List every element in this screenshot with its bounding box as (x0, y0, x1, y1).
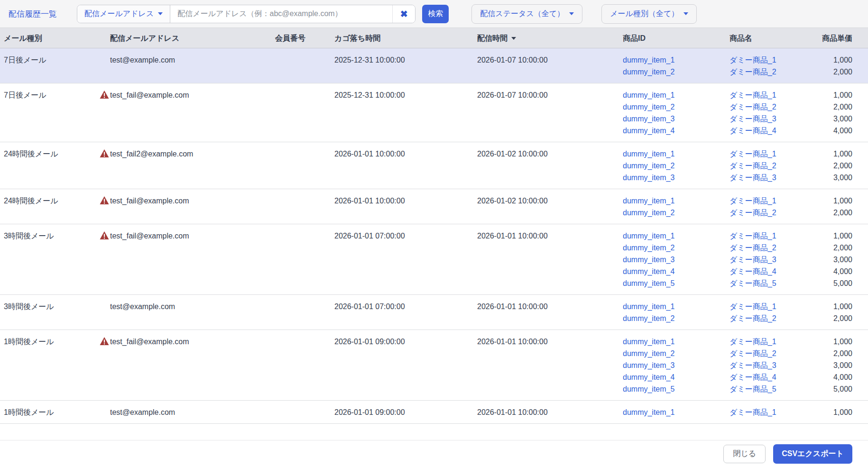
item-price-cell: 1,0002,000 (808, 48, 868, 83)
item-id-link[interactable]: dummy_item_5 (623, 279, 674, 287)
table-row[interactable]: 7日後メール test_fail@example.com 2025-12-31 … (0, 83, 868, 142)
toolbar: 配信履歴一覧 配信メールアドレス ✖ 検索 配信ステータス（全て） メール種別（… (0, 0, 868, 28)
item-id-link[interactable]: dummy_item_2 (623, 314, 674, 322)
item-name-link[interactable]: ダミー商品_2 (729, 314, 776, 322)
item-id-link[interactable]: dummy_item_2 (623, 209, 674, 217)
table-row[interactable]: 24時間後メール test_fail2@example.com 2026-01-… (0, 142, 868, 189)
item-price-value: 4,000 (808, 125, 852, 137)
mailtype-filter-dropdown[interactable]: メール種別（全て） (601, 4, 697, 24)
item-price-cell: 1,0002,0003,0004,0005,000 (808, 330, 868, 400)
status-filter-dropdown[interactable]: 配信ステータス（全て） (471, 4, 582, 24)
item-id-link[interactable]: dummy_item_1 (623, 91, 674, 99)
item-id-link[interactable]: dummy_item_1 (623, 150, 674, 158)
search-input[interactable] (170, 5, 392, 23)
item-name-cell: ダミー商品_1ダミー商品_2ダミー商品_3ダミー商品_4ダミー商品_5 (726, 224, 808, 294)
item-name-link[interactable]: ダミー商品_5 (729, 385, 776, 393)
table-row[interactable]: 24時間後メール test_fail@example.com 2026-01-0… (0, 189, 868, 224)
item-price-value: 1,000 (808, 148, 852, 160)
table-row[interactable]: 1時間後メール test@example.com 2026-01-01 09:0… (0, 401, 868, 424)
email-text: test_fail@example.com (110, 232, 189, 240)
close-button[interactable]: 閉じる (723, 445, 766, 463)
item-name-link[interactable]: ダミー商品_1 (729, 232, 776, 240)
item-id-cell: dummy_item_1dummy_item_2dummy_item_3 (619, 142, 726, 189)
item-name-link[interactable]: ダミー商品_2 (729, 68, 776, 76)
table-row[interactable]: 1時間後メール test_fail@example.com 2026-01-01… (0, 330, 868, 401)
mail-type-cell: 3時間後メール (0, 224, 96, 294)
item-id-link[interactable]: dummy_item_4 (623, 373, 674, 381)
email-text: test@example.com (110, 302, 175, 311)
item-name-link[interactable]: ダミー商品_1 (729, 302, 776, 311)
item-name-link[interactable]: ダミー商品_2 (729, 209, 776, 217)
email-text: test_fail2@example.com (110, 150, 193, 158)
column-header-cart-abandon-time: カゴ落ち時間 (331, 28, 473, 48)
item-price-value: 1,000 (808, 406, 852, 418)
item-id-link[interactable]: dummy_item_1 (623, 197, 674, 205)
item-name-link[interactable]: ダミー商品_2 (729, 349, 776, 357)
table-row[interactable]: 3時間後メール test_fail@example.com 2026-01-01… (0, 224, 868, 295)
item-name-link[interactable]: ダミー商品_5 (729, 279, 776, 287)
item-id-link[interactable]: dummy_item_1 (623, 56, 674, 64)
column-header-delivery-time[interactable]: 配信時間 (473, 28, 619, 48)
item-id-link[interactable]: dummy_item_3 (623, 115, 674, 123)
member-number-cell (271, 224, 331, 294)
item-name-link[interactable]: ダミー商品_4 (729, 127, 776, 135)
item-name-link[interactable]: ダミー商品_1 (729, 150, 776, 158)
search-field-selector[interactable]: 配信メールアドレス (77, 5, 170, 23)
item-id-link[interactable]: dummy_item_1 (623, 302, 674, 311)
email-text: test_fail@example.com (110, 197, 189, 205)
email-text: test@example.com (110, 408, 175, 416)
item-name-link[interactable]: ダミー商品_1 (729, 91, 776, 99)
email-cell: test_fail2@example.com (96, 142, 271, 189)
table-row[interactable]: 7日後メール test@example.com 2025-12-31 10:00… (0, 48, 868, 83)
item-name-link[interactable]: ダミー商品_3 (729, 256, 776, 264)
item-id-link[interactable]: dummy_item_2 (623, 244, 674, 252)
item-id-link[interactable]: dummy_item_3 (623, 256, 674, 264)
member-number-cell (271, 189, 331, 224)
item-id-link[interactable]: dummy_item_5 (623, 385, 674, 393)
page-title[interactable]: 配信履歴一覧 (9, 9, 57, 19)
item-name-link[interactable]: ダミー商品_1 (729, 56, 776, 64)
item-name-link[interactable]: ダミー商品_3 (729, 115, 776, 123)
item-id-link[interactable]: dummy_item_2 (623, 162, 674, 170)
mail-type-cell: 7日後メール (0, 48, 96, 83)
item-price-value: 2,000 (808, 348, 852, 359)
item-id-link[interactable]: dummy_item_4 (623, 267, 674, 275)
item-name-link[interactable]: ダミー商品_4 (729, 373, 776, 381)
mail-type-cell: 3時間後メール (0, 295, 96, 330)
item-name-link[interactable]: ダミー商品_3 (729, 174, 776, 182)
email-cell: test_fail@example.com (96, 330, 271, 400)
item-id-link[interactable]: dummy_item_1 (623, 232, 674, 240)
item-id-link[interactable]: dummy_item_1 (623, 338, 674, 346)
email-cell: test@example.com (96, 401, 271, 423)
member-number-cell (271, 401, 331, 423)
item-id-link[interactable]: dummy_item_2 (623, 103, 674, 111)
item-price-value: 1,000 (808, 89, 852, 101)
clear-search-button[interactable]: ✖ (392, 5, 415, 23)
delivery-failed-icon (100, 196, 109, 205)
item-id-link[interactable]: dummy_item_3 (623, 361, 674, 369)
item-id-link[interactable]: dummy_item_3 (623, 174, 674, 182)
item-id-link[interactable]: dummy_item_4 (623, 127, 674, 135)
item-name-link[interactable]: ダミー商品_1 (729, 338, 776, 346)
member-number-cell (271, 142, 331, 189)
search-button[interactable]: 検索 (422, 5, 449, 23)
table-row[interactable]: 3時間後メール test@example.com 2026-01-01 07:0… (0, 295, 868, 330)
item-name-link[interactable]: ダミー商品_1 (729, 408, 776, 416)
column-header-item-id: 商品ID (619, 28, 726, 48)
item-name-link[interactable]: ダミー商品_1 (729, 197, 776, 205)
item-id-link[interactable]: dummy_item_2 (623, 68, 674, 76)
csv-export-button[interactable]: CSVエクスポート (773, 444, 852, 464)
mail-type-cell: 7日後メール (0, 83, 96, 142)
item-name-link[interactable]: ダミー商品_4 (729, 267, 776, 275)
item-id-link[interactable]: dummy_item_1 (623, 408, 674, 416)
item-name-link[interactable]: ダミー商品_2 (729, 103, 776, 111)
email-cell: test@example.com (96, 295, 271, 330)
item-name-link[interactable]: ダミー商品_2 (729, 162, 776, 170)
item-price-value: 3,000 (808, 113, 852, 125)
item-price-value: 3,000 (808, 254, 852, 266)
item-name-link[interactable]: ダミー商品_2 (729, 244, 776, 252)
mail-type-cell: 1時間後メール (0, 401, 96, 423)
item-price-cell: 1,000 (808, 401, 868, 423)
item-name-link[interactable]: ダミー商品_3 (729, 361, 776, 369)
item-id-link[interactable]: dummy_item_2 (623, 349, 674, 357)
